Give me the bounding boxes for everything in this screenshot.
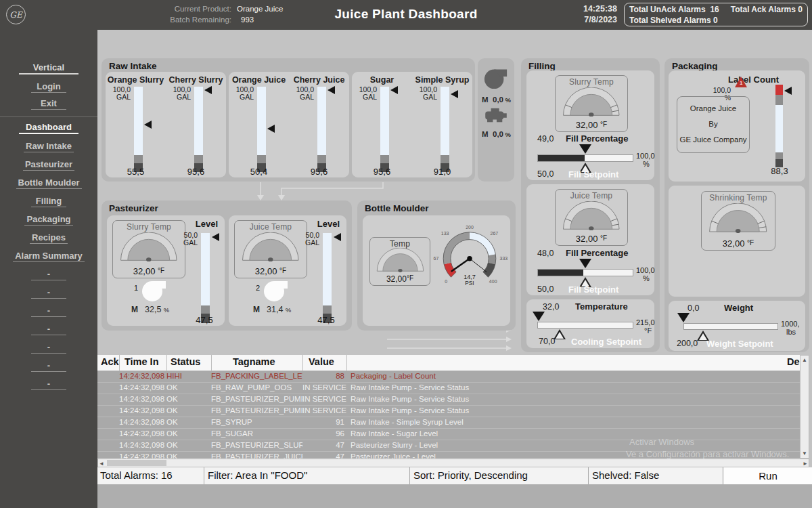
sidebar-item[interactable]: Filling — [0, 194, 97, 213]
fill-slider[interactable] — [537, 154, 633, 162]
sidebar-item[interactable]: Pasteurizer — [0, 158, 97, 176]
pv-marker[interactable] — [579, 259, 591, 268]
sidebar-item[interactable]: Exit — [0, 97, 97, 117]
pv-marker[interactable] — [579, 144, 591, 154]
scrollbar-thumb[interactable] — [107, 460, 166, 466]
pv-marker[interactable] — [677, 313, 690, 322]
sidebar-item[interactable]: Raw Intake — [0, 140, 97, 158]
sidebar-item[interactable]: - — [0, 286, 97, 304]
weight-slider[interactable] — [683, 323, 778, 330]
sidebar-item[interactable]: - — [0, 377, 97, 396]
unack-alarms-value: 16 — [710, 5, 719, 14]
cell-tagname: FB_RAW_PUMP_OOS — [211, 383, 302, 394]
slurry-temp-gauge: Slurry Temp 32,00 °F — [112, 220, 185, 278]
scroll-down-icon[interactable]: ▼ — [800, 450, 809, 457]
cell-description: Raw Intake - Simple Syrup Level — [346, 417, 800, 428]
cooling-slider[interactable] — [537, 322, 633, 329]
shrinking-temp-card: Shrinking Temp 32,00 °F — [669, 186, 805, 297]
pump-icon[interactable] — [263, 275, 290, 303]
juice-temp-gauge: Juice Temp 32,00 °F — [234, 220, 307, 278]
level-marker[interactable] — [267, 125, 275, 133]
cell-ack[interactable] — [97, 406, 119, 417]
level-marker[interactable] — [212, 233, 219, 241]
col-tagname[interactable]: Tagname — [233, 356, 275, 367]
fill-slider[interactable] — [537, 269, 633, 276]
run-button[interactable]: Run — [723, 467, 812, 484]
alarm-table-row[interactable]: 14:24:32,098 OK FB_SUGAR 96 Raw Intake -… — [97, 428, 800, 440]
alarm-table-row[interactable]: 14:24:32,098 OK FB_PASTEURIZER_SLURR 47 … — [97, 440, 800, 451]
alarm-table-row[interactable]: 14:24:32,098 OK FB_RAW_PUMP_OOS IN SERVI… — [97, 382, 800, 394]
col-status[interactable]: Status — [171, 356, 200, 367]
col-ack[interactable]: Ack — [101, 356, 119, 367]
alarm-table-row[interactable]: 14:24:32,098 OK FB_PASTEURIZER_PUMP IN S… — [97, 405, 800, 417]
sidebar-item[interactable]: Recipes — [0, 231, 97, 249]
alarm-table-row[interactable]: 14:24:32,098 HIHI FB_PACKING_LABEL_LEV 8… — [97, 371, 800, 382]
alarm-table-row[interactable]: 14:24:32,098 OK FB_PASTEURIZER_PUMP IN S… — [97, 394, 800, 405]
pv-marker[interactable] — [533, 312, 545, 321]
level-marker[interactable] — [144, 121, 152, 129]
raw-intake-card-juice: Orange Juice 100,0GAL 50,4 Cherry Juice … — [229, 72, 349, 177]
alarm-totals-box: Total UnAck Alarms 16 Total Ack Alarms 0… — [624, 3, 808, 26]
setpoint-marker[interactable] — [554, 329, 566, 339]
gauge-dial — [116, 232, 182, 261]
col-description[interactable]: Description — [787, 356, 800, 367]
sidebar-item[interactable]: Alarm Summary — [0, 249, 97, 268]
sidebar-item[interactable]: - — [0, 322, 97, 341]
filling-cooling-card: 32,0 Temperature 215,0°F 70,0 Cooling Se… — [526, 299, 654, 348]
tank-max-label: 100,0GAL — [173, 86, 191, 101]
col-value[interactable]: Value — [309, 356, 334, 367]
level-marker[interactable] — [451, 90, 458, 98]
level-marker[interactable] — [204, 86, 212, 94]
pump-1-speed: 0,0 % — [493, 96, 511, 104]
alarm-table-row[interactable]: 14:24:32,098 OK FB_SYRUP 91 Raw Intake -… — [97, 417, 800, 428]
sp-label: Fill Setpoint — [568, 284, 618, 295]
level-marker[interactable] — [328, 86, 335, 94]
cell-ack[interactable] — [97, 371, 119, 382]
scroll-right-icon[interactable]: ► — [803, 460, 808, 467]
level-marker[interactable] — [390, 86, 398, 94]
level-marker[interactable] — [334, 233, 341, 241]
sp-label: Weight Setpoint — [706, 339, 773, 349]
cell-ack[interactable] — [97, 394, 119, 405]
sidebar-item[interactable]: - — [0, 359, 97, 377]
pump-icon[interactable] — [141, 275, 168, 303]
level-marker[interactable] — [784, 87, 792, 95]
scroll-up-icon[interactable]: ▲ — [800, 356, 809, 364]
cell-ack[interactable] — [97, 383, 119, 394]
col-time-in[interactable]: Time In — [125, 356, 159, 367]
label-count-value: 88,3 — [765, 166, 794, 176]
sidebar-item[interactable]: - — [0, 341, 97, 359]
cell-ack[interactable] — [97, 429, 119, 440]
cell-ack[interactable] — [97, 417, 119, 428]
sidebar-item[interactable]: - — [0, 268, 97, 286]
motor-icon[interactable] — [483, 107, 509, 125]
gauge-title: Juice Temp — [235, 222, 307, 232]
sidebar-item-label: Filling — [31, 196, 66, 207]
pump-icon[interactable] — [483, 64, 509, 91]
cell-tagname: FB_PACKING_LABEL_LEV — [211, 371, 302, 382]
sidebar-item[interactable]: - — [0, 304, 97, 322]
cell-description: Raw Intake - Sugar Level — [346, 429, 800, 440]
sidebar-item[interactable]: Login — [0, 80, 97, 97]
psi-tick: 267 — [491, 231, 499, 236]
gauge-dial — [558, 201, 625, 230]
cell-status: OK — [166, 417, 211, 428]
pasteurizer-juice-card: Juice Temp 32,00 °F Level 50,0GAL 47,5 2… — [229, 215, 346, 326]
table-vertical-scrollbar[interactable]: ▲ ▼ — [800, 355, 809, 459]
psi-tick: 133 — [441, 231, 449, 236]
cell-time: 14:24:32,098 — [119, 394, 166, 405]
table-horizontal-scrollbar[interactable]: ◄ ► — [97, 459, 809, 467]
cell-ack[interactable] — [97, 440, 119, 451]
sidebar-item[interactable]: Vertical — [0, 61, 97, 80]
gauge-title: Temp — [370, 239, 430, 249]
cell-time: 14:24:32,098 — [119, 371, 166, 382]
sidebar-item[interactable]: Dashboard — [0, 121, 97, 140]
tank-max-label: 100,0GAL — [296, 86, 314, 101]
scroll-left-icon[interactable]: ◄ — [99, 460, 104, 467]
pump-speed: 32,5 % — [145, 305, 169, 314]
sidebar-item[interactable]: Bottle Moulder — [0, 176, 97, 194]
level-bar — [317, 87, 326, 172]
time-value: 14:25:38 — [541, 3, 617, 14]
sidebar-item[interactable]: Packaging — [0, 213, 97, 231]
gauge-title: Slurry Temp — [113, 222, 185, 232]
